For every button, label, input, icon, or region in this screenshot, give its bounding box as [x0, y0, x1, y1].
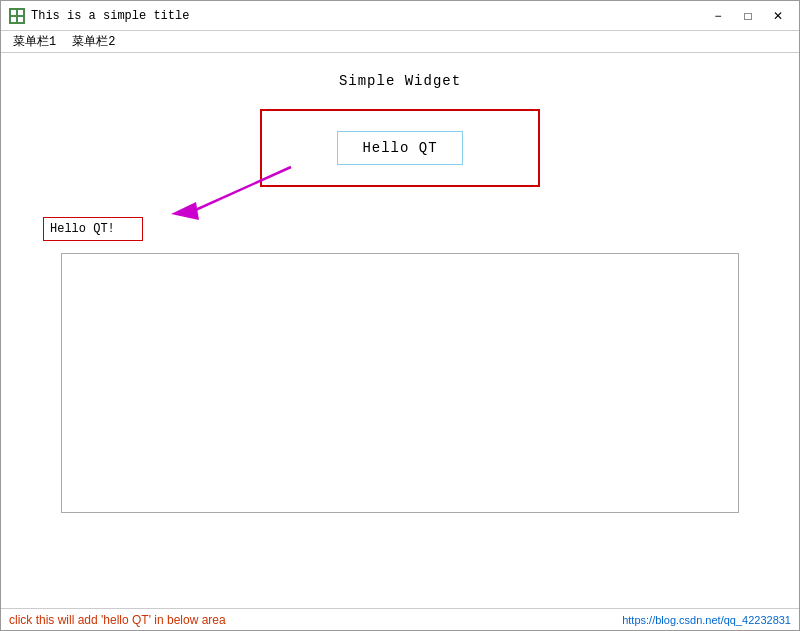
status-bar: click this will add 'hello QT' in below … — [1, 608, 799, 630]
window-title: This is a simple title — [31, 9, 189, 23]
title-bar-controls: − □ ✕ — [705, 6, 791, 26]
svg-rect-0 — [11, 10, 16, 15]
app-icon — [9, 8, 25, 24]
maximize-button[interactable]: □ — [735, 6, 761, 26]
menu-bar: 菜单栏1 菜单栏2 — [1, 31, 799, 53]
svg-marker-5 — [171, 202, 199, 220]
menu-item-2[interactable]: 菜单栏2 — [64, 31, 123, 52]
close-button[interactable]: ✕ — [765, 6, 791, 26]
large-text-area-inner — [62, 254, 738, 270]
window-body: Simple Widget Hello QT H — [1, 53, 799, 608]
svg-rect-1 — [18, 10, 23, 15]
widget-title: Simple Widget — [339, 73, 461, 89]
button-container: Hello QT — [260, 109, 540, 187]
window-frame: This is a simple title − □ ✕ 菜单栏1 菜单栏2 S… — [0, 0, 800, 631]
status-url: https://blog.csdn.net/qq_42232831 — [622, 614, 791, 626]
hello-qt-button[interactable]: Hello QT — [337, 131, 462, 165]
menu-item-1[interactable]: 菜单栏1 — [5, 31, 64, 52]
svg-rect-3 — [18, 17, 23, 22]
status-hint: click this will add 'hello QT' in below … — [9, 613, 226, 627]
widget-area: Simple Widget Hello QT H — [1, 53, 799, 608]
svg-rect-2 — [11, 17, 16, 22]
minimize-button[interactable]: − — [705, 6, 731, 26]
title-bar: This is a simple title − □ ✕ — [1, 1, 799, 31]
lower-section: Hello QT! — [21, 217, 779, 513]
large-text-area[interactable] — [61, 253, 739, 513]
output-text-box: Hello QT! — [43, 217, 143, 241]
title-bar-left: This is a simple title — [9, 8, 189, 24]
